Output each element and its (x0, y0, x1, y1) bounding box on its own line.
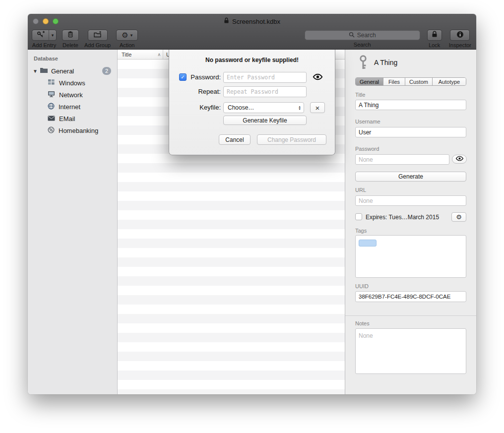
tab-general[interactable]: General (356, 78, 383, 85)
network-icon (48, 91, 55, 99)
info-icon (456, 31, 464, 40)
toolbar: ▾ Add Entry Delete (28, 29, 476, 49)
password-field[interactable] (355, 154, 449, 165)
percent-coin-icon (48, 126, 55, 135)
password-label: Password: (187, 73, 221, 81)
sidebar-section-header: Database (28, 54, 117, 65)
titlebar: Screenshot.kdbx (28, 14, 476, 29)
desktop: Screenshot.kdbx ▾ (0, 0, 504, 433)
document-proxy-icon (224, 17, 229, 26)
chevron-down-icon: ▾ (52, 33, 54, 38)
username-field[interactable] (355, 127, 466, 137)
group-count-badge: 2 (102, 67, 111, 75)
toolbar-item-search: Search Search (305, 30, 420, 48)
sort-ascending-icon: ∧ (157, 52, 161, 57)
folder-plus-icon (94, 31, 102, 40)
reveal-password-button[interactable] (310, 72, 325, 83)
generate-password-button[interactable]: Generate (355, 172, 466, 182)
search-input[interactable]: Search (305, 30, 420, 40)
expires-checkbox[interactable] (355, 213, 362, 220)
close-x-icon: × (315, 104, 320, 112)
search-icon (349, 32, 355, 39)
column-header-title[interactable]: Title ∧ (118, 50, 163, 59)
toolbar-label: Delete (63, 42, 78, 48)
sidebar-item-label: Internet (59, 103, 80, 111)
tab-autotype[interactable]: Autotype (433, 78, 466, 85)
sidebar-item-email[interactable]: EMail (28, 113, 117, 124)
change-password-button[interactable]: Change Password (257, 134, 326, 145)
password-checkbox[interactable]: ✓ (179, 73, 187, 81)
expires-label: Expires: Tues…March 2015 (366, 214, 439, 221)
cancel-button[interactable]: Cancel (219, 134, 251, 145)
tags-box[interactable] (355, 235, 466, 278)
tab-files[interactable]: Files (383, 78, 405, 85)
delete-button[interactable] (62, 30, 79, 41)
sidebar-group-general[interactable]: ▼ General 2 (28, 65, 117, 77)
add-entry-dropdown[interactable]: ▾ (49, 30, 56, 40)
uuid-field[interactable] (355, 291, 466, 302)
uuid-field-label: UUID (355, 283, 369, 289)
toolbar-item-delete: Delete (62, 30, 79, 48)
divider (345, 315, 476, 316)
toolbar-label: Add Group (84, 42, 111, 48)
keyfile-popup[interactable]: Choose… ▴▾ (223, 102, 304, 113)
trash-icon (67, 31, 73, 40)
repeat-input[interactable] (223, 86, 307, 97)
sidebar-item-label: EMail (59, 115, 75, 123)
lock-icon (432, 31, 438, 40)
toolbar-item-add-group: Add Group (84, 30, 111, 48)
username-field-label: Username (355, 119, 380, 124)
eye-icon (455, 156, 464, 163)
envelope-icon (48, 115, 55, 123)
keyfile-popup-value: Choose… (224, 104, 297, 111)
reveal-password-button[interactable] (452, 155, 467, 164)
sidebar-item-label: Homebanking (59, 127, 98, 134)
key-icon (357, 55, 370, 72)
search-placeholder: Search (357, 32, 376, 39)
windows-icon (48, 79, 55, 87)
chevron-down-icon: ▾ (130, 33, 133, 38)
lock-button[interactable] (427, 30, 442, 41)
notes-field-label: Notes (355, 320, 370, 326)
sidebar-item-network[interactable]: Network (28, 89, 117, 101)
window-title: Screenshot.kdbx (232, 18, 280, 25)
sidebar-item-label: Windows (59, 79, 85, 87)
sidebar-item-windows[interactable]: Windows (28, 77, 117, 89)
window-content: Database ▼ General 2 Windows (28, 50, 476, 394)
inspector-panel: A Thing General Files Custom Autotype Ti… (345, 50, 476, 394)
sidebar-item-internet[interactable]: Internet (28, 101, 117, 113)
folder-icon (40, 67, 48, 75)
toolbar-label: Action (120, 42, 135, 48)
password-input[interactable] (223, 72, 307, 83)
key-plus-icon (37, 31, 45, 40)
url-field[interactable] (355, 195, 466, 206)
notes-box[interactable]: None (355, 328, 466, 374)
password-field-label: Password (355, 146, 379, 152)
sidebar-item-homebanking[interactable]: Homebanking (28, 124, 117, 136)
keyfile-label: Keyfile: (187, 104, 221, 111)
inspector-button[interactable] (450, 30, 470, 41)
toolbar-item-lock: Lock (427, 30, 442, 48)
sidebar: Database ▼ General 2 Windows (28, 50, 118, 394)
gear-icon: ⚙ (456, 214, 462, 220)
app-window: Screenshot.kdbx ▾ (28, 14, 476, 394)
change-password-sheet: No password or keyfile supplied! ✓ Passw… (169, 50, 335, 155)
tab-custom[interactable]: Custom (405, 78, 433, 85)
disclosure-triangle-icon[interactable]: ▼ (33, 68, 40, 74)
gear-icon: ⚙ (122, 32, 128, 39)
title-field[interactable] (355, 100, 466, 110)
title-field-label: Title (355, 92, 365, 98)
entry-title: A Thing (374, 59, 397, 66)
tag-chip[interactable] (359, 240, 377, 247)
add-group-button[interactable] (88, 30, 108, 41)
generate-keyfile-button[interactable]: Generate Keyfile (223, 116, 307, 125)
action-button[interactable]: ⚙ ▾ (116, 30, 138, 41)
window-chrome: Screenshot.kdbx ▾ (28, 14, 476, 50)
toolbar-label: Add Entry (32, 42, 56, 48)
expires-settings-button[interactable]: ⚙ (451, 212, 466, 222)
clear-keyfile-button[interactable]: × (310, 102, 325, 113)
inspector-tabs: General Files Custom Autotype (355, 77, 466, 86)
toolbar-item-inspector: Inspector (449, 30, 471, 48)
sheet-message: No password or keyfile supplied! (169, 57, 335, 63)
add-entry-button[interactable]: ▾ (32, 30, 57, 41)
